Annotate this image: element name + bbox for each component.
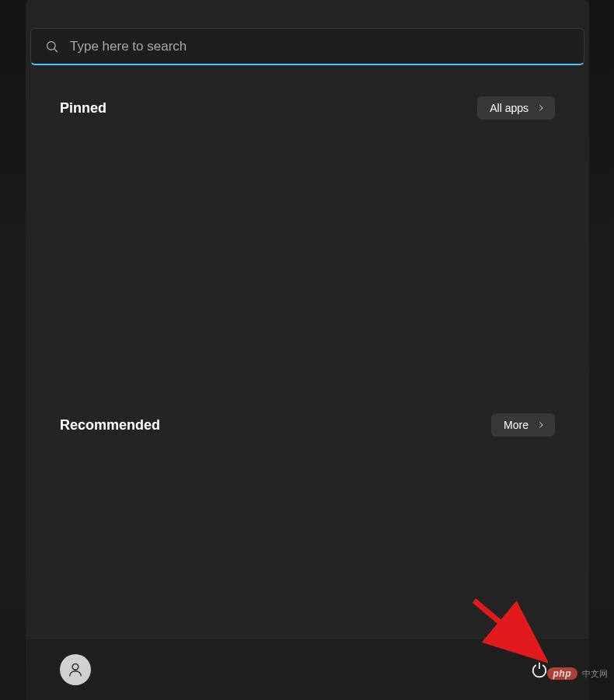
svg-line-1 [54, 48, 58, 51]
chevron-right-icon [536, 103, 546, 113]
search-input[interactable] [70, 39, 570, 54]
search-container [26, 0, 589, 65]
pinned-section: Pinned All apps [26, 65, 589, 382]
svg-point-2 [72, 663, 78, 670]
power-button[interactable] [524, 654, 555, 685]
search-icon [45, 40, 59, 54]
user-account-button[interactable] [60, 654, 91, 685]
recommended-section: Recommended More [26, 382, 589, 598]
pinned-header: Pinned All apps [60, 96, 555, 120]
chevron-right-icon [536, 420, 546, 430]
pinned-apps-grid [60, 134, 555, 382]
svg-point-0 [47, 41, 56, 50]
more-button[interactable]: More [491, 413, 555, 437]
all-apps-label: All apps [490, 102, 529, 114]
all-apps-button[interactable]: All apps [477, 96, 555, 120]
start-menu: Pinned All apps Recommended More [26, 0, 589, 700]
desktop-backdrop-left [0, 0, 26, 700]
recommended-items-grid [60, 451, 555, 598]
desktop-backdrop-right [589, 0, 614, 700]
start-menu-footer [26, 638, 589, 700]
user-icon [67, 661, 84, 678]
recommended-header: Recommended More [60, 413, 555, 437]
power-icon [531, 661, 548, 678]
pinned-title: Pinned [60, 100, 106, 117]
more-label: More [504, 419, 529, 431]
search-box[interactable] [30, 28, 584, 65]
recommended-title: Recommended [60, 417, 160, 434]
